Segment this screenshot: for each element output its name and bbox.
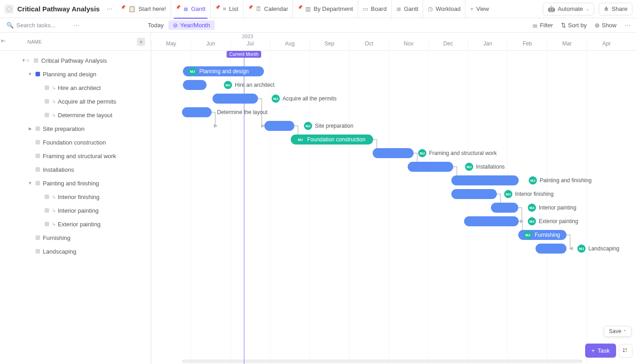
- avatar: MJ: [418, 149, 426, 157]
- share-label: Share: [612, 5, 627, 12]
- automate-label: Automate: [558, 5, 583, 12]
- view-tab-by-department[interactable]: 📌▥By Department: [293, 0, 358, 18]
- add-column-button[interactable]: +: [137, 38, 145, 46]
- page-title[interactable]: Critical Pathway Analysis: [17, 5, 100, 13]
- task-row[interactable]: ↳Acquire all the permits: [0, 95, 151, 108]
- share-button[interactable]: ⋔ Share: [599, 3, 632, 15]
- topbar: Critical Pathway Analysis ⋯ 📌📋Start here…: [0, 0, 637, 18]
- status-square[interactable]: [35, 249, 40, 254]
- more-icon[interactable]: ⋯: [74, 22, 80, 29]
- month-label: Jun: [191, 40, 230, 50]
- status-square[interactable]: [35, 126, 40, 131]
- task-row[interactable]: Landscaping: [0, 244, 151, 258]
- apps-button[interactable]: [619, 344, 632, 358]
- status-square[interactable]: [35, 154, 40, 158]
- view-tab-list[interactable]: 📌≡List: [210, 0, 243, 18]
- gantt-bar[interactable]: [212, 94, 258, 104]
- automate-button[interactable]: 🤖 Automate ⌄: [543, 3, 595, 15]
- month-label: May: [151, 40, 191, 50]
- sort-icon: ⇅: [561, 22, 566, 29]
- status-square[interactable]: [45, 85, 49, 90]
- gantt-bar[interactable]: MJFurnishing: [518, 230, 566, 240]
- task-row[interactable]: ↳Determine the layout: [0, 108, 151, 122]
- bar-label-external: MJHire an architect: [224, 80, 274, 90]
- task-row[interactable]: ▶Site preparation: [0, 122, 151, 135]
- status-square[interactable]: [45, 222, 49, 226]
- today-button[interactable]: Today: [148, 22, 164, 29]
- collapse-sidebar-icon[interactable]: ⇤: [1, 37, 6, 44]
- view-tab-gantt[interactable]: 📌≣Gantt: [171, 0, 210, 18]
- chevron-down-icon: ⌄: [586, 6, 589, 11]
- search-icon: 🔍: [6, 22, 14, 29]
- task-row[interactable]: ↳Exterior painting: [0, 217, 151, 231]
- view-tab-board[interactable]: ▭Board: [358, 0, 391, 18]
- horizontal-scrollbar[interactable]: [182, 359, 582, 363]
- caret-icon[interactable]: ▼: [27, 72, 33, 76]
- bar-label: Furnishing: [535, 232, 560, 238]
- status-square[interactable]: [35, 235, 40, 240]
- toolbar-more-icon[interactable]: ⋯: [625, 22, 631, 29]
- status-square[interactable]: [34, 58, 38, 63]
- filter-button[interactable]: ⚌Filter: [532, 22, 553, 29]
- gantt-row: MJLandscaping: [151, 242, 637, 255]
- svg-point-3: [623, 350, 624, 352]
- status-square[interactable]: [35, 167, 40, 172]
- task-name: Critical Pathway Analysis: [41, 57, 107, 64]
- bar-label-external: MJAcquire all the permits: [272, 94, 337, 104]
- save-button[interactable]: Save ⌃: [604, 326, 632, 337]
- view-tab-start-here-[interactable]: 📌📋Start here!: [116, 0, 171, 18]
- status-square[interactable]: [45, 208, 49, 213]
- gantt-bar[interactable]: MJPlanning and design: [183, 66, 264, 76]
- bar-label-external: Determine the layout: [217, 107, 268, 117]
- search-input[interactable]: 🔍 Search tasks...: [6, 22, 56, 29]
- caret-icon[interactable]: ▶: [27, 126, 33, 131]
- gantt-bar[interactable]: [182, 107, 212, 117]
- status-square[interactable]: [45, 99, 49, 104]
- gantt-bar[interactable]: [451, 175, 519, 185]
- task-row[interactable]: ↳Hire an architect: [0, 81, 151, 95]
- zoom-selector[interactable]: ⊘ Year/Month: [168, 20, 215, 30]
- status-square[interactable]: [35, 72, 40, 76]
- gantt-chart[interactable]: 2023 MayJunJulAugSepOctNovDecJanFebMarAp…: [151, 33, 637, 364]
- gantt-bar[interactable]: [408, 162, 453, 172]
- gantt-bar[interactable]: [536, 244, 566, 254]
- caret-icon[interactable]: ▼: [27, 181, 33, 185]
- view-tab-workload[interactable]: ◷Workload: [423, 0, 465, 18]
- status-square[interactable]: [35, 140, 40, 145]
- view-tab-calendar[interactable]: 📌🗓Calendar: [243, 0, 293, 18]
- task-name: Foundation construction: [43, 139, 106, 146]
- gantt-bar[interactable]: [264, 121, 294, 131]
- gantt-bar[interactable]: MJFoundation construction: [291, 135, 373, 145]
- gantt-bar[interactable]: [491, 203, 518, 213]
- show-button[interactable]: ⊚Show: [595, 22, 617, 29]
- task-row[interactable]: Furnishing: [0, 231, 151, 244]
- gantt-row: MJHire an architect: [151, 78, 637, 92]
- task-row[interactable]: Framing and structural work: [0, 149, 151, 163]
- view-tab-gantt[interactable]: ≣Gantt: [391, 0, 423, 18]
- status-square[interactable]: [45, 113, 49, 117]
- task-row[interactable]: ↳Interior finishing: [0, 190, 151, 204]
- gantt-bar[interactable]: [373, 148, 414, 158]
- view-tab-view[interactable]: +View: [465, 0, 494, 18]
- subtask-icon: ↳: [52, 99, 56, 105]
- status-square[interactable]: [45, 194, 49, 199]
- task-row[interactable]: Installations: [0, 163, 151, 176]
- caret-icon[interactable]: ▼: [21, 58, 26, 63]
- task-name: Hire an architect: [58, 85, 101, 91]
- new-task-button[interactable]: + Task: [585, 344, 616, 358]
- gantt-bar[interactable]: [183, 80, 207, 90]
- task-row[interactable]: ▼Painting and finishing: [0, 176, 151, 190]
- sort-button[interactable]: ⇅Sort by: [561, 22, 586, 29]
- task-row[interactable]: ↳Interior painting: [0, 204, 151, 217]
- status-square[interactable]: [35, 181, 40, 185]
- task-row[interactable]: ▼Planning and design: [0, 67, 151, 81]
- zoom-label: Year/Month: [180, 22, 210, 29]
- task-row[interactable]: ▼≡Critical Pathway Analysis: [0, 54, 151, 67]
- search-placeholder: Search tasks...: [16, 22, 56, 29]
- gantt-bar[interactable]: [464, 216, 519, 226]
- bar-label-external: MJInstallations: [465, 162, 505, 172]
- task-row[interactable]: Foundation construction: [0, 135, 151, 149]
- breadcrumb-more-icon[interactable]: ⋯: [107, 6, 112, 12]
- gantt-bar[interactable]: [451, 189, 497, 199]
- task-name: Landscaping: [43, 248, 76, 255]
